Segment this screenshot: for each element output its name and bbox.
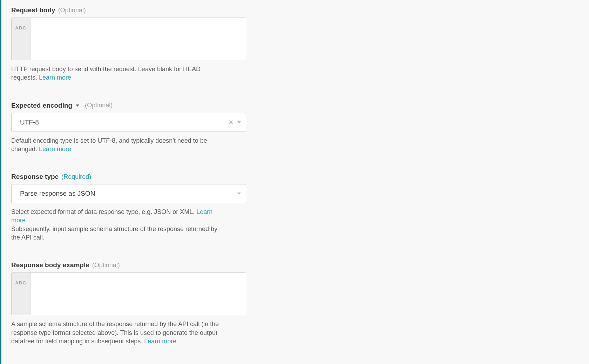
expected-encoding-group: Expected encoding (Optional) UTF-8 × Def… — [11, 102, 246, 154]
response-type-select[interactable]: Parse response as JSON — [11, 184, 246, 203]
expected-encoding-help: Default encoding type is set to UTF-8, a… — [11, 136, 224, 154]
form-panel: Request body (Optional) ABC HTTP request… — [0, 0, 480, 364]
response-type-help-text-2: Subsequently, input sample schema struct… — [11, 225, 217, 241]
form-content: Request body (Optional) ABC HTTP request… — [11, 6, 246, 345]
text-type-icon: ABC — [12, 273, 31, 315]
request-body-label: Request body — [11, 6, 55, 14]
expected-encoding-value: UTF-8 — [20, 119, 229, 126]
chevron-down-icon[interactable] — [237, 193, 241, 195]
request-body-help: HTTP request body to send with the reque… — [11, 65, 224, 82]
request-body-label-row: Request body (Optional) — [11, 6, 246, 14]
response-body-example-label-row: Response body example (Optional) — [11, 261, 246, 269]
response-type-group: Response type (Required) Parse response … — [11, 173, 246, 242]
close-icon[interactable]: × — [229, 119, 233, 126]
response-type-help-text-1: Select expected format of data response … — [11, 208, 196, 215]
response-body-example-learn-more-link[interactable]: Learn more — [144, 338, 176, 345]
response-body-example-help: A sample schema structure of the respons… — [11, 320, 224, 345]
response-body-example-textarea-wrap[interactable]: ABC — [11, 272, 246, 315]
expected-encoding-optional-badge: (Optional) — [85, 102, 113, 109]
response-type-actions — [237, 193, 241, 195]
response-body-example-group: Response body example (Optional) ABC A s… — [11, 261, 246, 345]
text-type-icon: ABC — [12, 18, 31, 60]
request-body-optional-badge: (Optional) — [58, 7, 86, 14]
request-body-textarea-wrap[interactable]: ABC — [11, 18, 246, 60]
chevron-down-icon[interactable] — [76, 105, 79, 107]
expected-encoding-actions: × — [229, 119, 241, 126]
response-type-label: Response type — [11, 173, 59, 181]
request-body-group: Request body (Optional) ABC HTTP request… — [11, 6, 246, 82]
response-type-label-row: Response type (Required) — [11, 173, 246, 181]
expected-encoding-label: Expected encoding — [11, 102, 72, 109]
response-type-required-badge: (Required) — [61, 173, 91, 181]
response-body-example-input[interactable] — [31, 273, 246, 315]
expected-encoding-select[interactable]: UTF-8 × — [11, 113, 246, 132]
response-body-example-optional-badge: (Optional) — [92, 262, 120, 269]
response-type-value: Parse response as JSON — [20, 190, 237, 197]
expected-encoding-label-row: Expected encoding (Optional) — [11, 102, 246, 109]
response-body-example-label: Response body example — [11, 261, 89, 269]
response-body-example-help-text: A sample schema structure of the respons… — [11, 321, 219, 345]
request-body-learn-more-link[interactable]: Learn more — [39, 74, 71, 81]
request-body-input[interactable] — [31, 18, 246, 60]
expected-encoding-learn-more-link[interactable]: Learn more — [39, 146, 71, 153]
chevron-down-icon[interactable] — [237, 121, 241, 123]
response-type-help: Select expected format of data response … — [11, 208, 224, 242]
